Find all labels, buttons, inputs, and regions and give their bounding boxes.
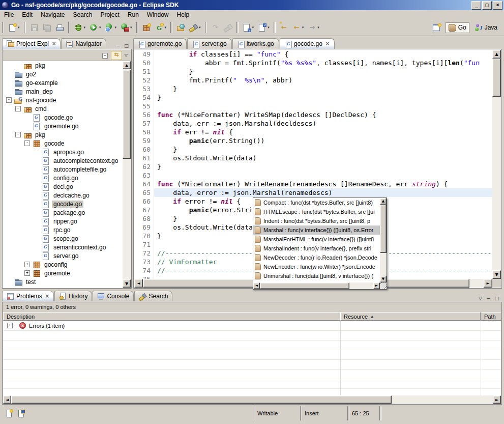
code-text[interactable]: abbr = fmt.Sprintf("%s %s%s", classes[i]… bbox=[154, 59, 492, 67]
tree-item[interactable]: go2 bbox=[3, 70, 123, 78]
close-tab-icon[interactable]: × bbox=[52, 41, 56, 46]
scroll-up-icon[interactable]: ▲ bbox=[123, 61, 131, 69]
open-type-button[interactable] bbox=[175, 22, 187, 34]
scroll-thumb[interactable] bbox=[123, 70, 131, 159]
problems-tab-problems[interactable]: Problems× bbox=[2, 291, 54, 301]
expand-icon[interactable]: + bbox=[24, 270, 30, 276]
external-tools-button[interactable]: ▾ bbox=[119, 22, 134, 34]
code-text[interactable] bbox=[154, 171, 492, 180]
close-button[interactable]: × bbox=[493, 1, 502, 10]
dropdown-arrow-icon[interactable]: ▾ bbox=[84, 25, 86, 30]
code-text[interactable]: } bbox=[154, 145, 492, 154]
print-button[interactable] bbox=[54, 22, 66, 34]
tree-item[interactable]: +goconfig bbox=[3, 260, 123, 269]
code-text[interactable]: if err != nil { bbox=[154, 128, 492, 136]
code-text[interactable]: fmt.Printf(" %s\n", abbr) bbox=[154, 76, 492, 84]
editor-tab-server-go[interactable]: server.go bbox=[187, 38, 231, 49]
collapse-icon[interactable]: - bbox=[24, 140, 30, 146]
close-tab-icon[interactable]: × bbox=[325, 41, 330, 46]
close-tab-icon[interactable]: × bbox=[45, 294, 49, 299]
problems-hscrollbar[interactable]: ◄ ► bbox=[3, 395, 501, 404]
completion-item[interactable]: MarshalIndent : func(v interface{}, pref… bbox=[253, 244, 380, 253]
tree-item[interactable]: rpc.go bbox=[3, 225, 123, 234]
code-text[interactable]: func (*NiceFormatter) WriteSMap(decldesc… bbox=[154, 110, 492, 119]
menu-navigate[interactable]: Navigate bbox=[37, 10, 69, 19]
code-text[interactable]: } bbox=[154, 67, 492, 76]
menu-search[interactable]: Search bbox=[69, 10, 96, 19]
tree-item[interactable]: ripper.go bbox=[3, 217, 123, 225]
scroll-left-icon[interactable]: ◄ bbox=[253, 282, 260, 289]
editor-presentation-icon[interactable] bbox=[17, 409, 25, 417]
dropdown-arrow-icon[interactable]: ▾ bbox=[130, 25, 132, 30]
explorer-tab-project-expl[interactable]: Project Expl× bbox=[2, 38, 61, 49]
code-text[interactable]: if classes[i] == "func" { bbox=[154, 50, 492, 59]
tree-item[interactable]: autocompletefile.go bbox=[3, 165, 123, 174]
tree-item[interactable]: config.go bbox=[3, 174, 123, 182]
menu-edit[interactable]: Edit bbox=[18, 10, 37, 19]
previous-annotation-button[interactable]: ▾ bbox=[256, 22, 271, 34]
dropdown-arrow-icon[interactable]: ▾ bbox=[115, 25, 117, 30]
tree-item[interactable]: gocode.go bbox=[3, 113, 123, 122]
tree-item[interactable]: semanticcontext.go bbox=[3, 243, 123, 251]
code-text[interactable]: os.Stdout.Write(data) bbox=[154, 154, 492, 162]
open-perspective-icon[interactable] bbox=[432, 23, 441, 32]
column-header-resource[interactable]: Resource▲ bbox=[340, 312, 481, 321]
code-text[interactable]: func (*NiceFormatter) WriteRename(rename… bbox=[154, 180, 492, 188]
explorer-tab-navigator[interactable]: Navigator bbox=[61, 38, 106, 49]
maximize-view-icon[interactable]: □ bbox=[123, 43, 130, 49]
column-header-path[interactable]: Path bbox=[481, 312, 501, 321]
popup-vscrollbar[interactable]: ▲ ▼ bbox=[380, 198, 387, 282]
tree-item[interactable]: apropos.go bbox=[3, 148, 123, 156]
scroll-left-icon[interactable]: ◄ bbox=[134, 279, 143, 288]
scroll-right-icon[interactable]: ► bbox=[493, 395, 501, 404]
tree-item[interactable]: package.go bbox=[3, 208, 123, 217]
tree-item[interactable]: pkg bbox=[3, 61, 123, 70]
editor-tab-itworks-go[interactable]: itworks.go bbox=[232, 38, 279, 49]
code-text[interactable]: data, error := json.Marshal(renamedescs) bbox=[154, 188, 492, 197]
run-button[interactable]: ▾ bbox=[88, 22, 103, 34]
run-history-button[interactable]: ▾ bbox=[104, 22, 118, 34]
forward-button[interactable]: →▾ bbox=[306, 22, 321, 34]
completion-item[interactable]: HTMLEscape : func(dst *bytes.Buffer, src… bbox=[253, 207, 380, 216]
view-menu-icon[interactable]: ▽ bbox=[477, 296, 484, 301]
popup-resize-grip[interactable] bbox=[380, 282, 387, 289]
menu-run[interactable]: Run bbox=[124, 10, 143, 19]
completion-item[interactable]: Unmarshal : func(data []uint8, v interfa… bbox=[253, 271, 380, 280]
column-header-description[interactable]: Description bbox=[3, 312, 340, 321]
tree-item[interactable]: +goremote bbox=[3, 269, 123, 277]
new-go-element-button[interactable]: G▾ bbox=[154, 22, 168, 34]
maximize-button[interactable]: □ bbox=[482, 1, 492, 10]
last-edit-location-button[interactable]: ← bbox=[278, 22, 290, 34]
scroll-thumb[interactable] bbox=[492, 59, 501, 97]
tree-item[interactable]: decl.go bbox=[3, 182, 123, 191]
dropdown-arrow-icon[interactable]: ▾ bbox=[252, 25, 254, 30]
tree-item[interactable]: go-example bbox=[3, 78, 123, 87]
tree-item[interactable]: -gocode bbox=[3, 139, 123, 148]
scroll-thumb[interactable] bbox=[11, 395, 392, 404]
tree-scrollbar[interactable]: ▲ ▼ bbox=[123, 61, 131, 288]
tree-item[interactable]: autocompletecontext.go bbox=[3, 156, 123, 165]
completion-item[interactable]: NewEncoder : func(w io.Writer) *json.Enc… bbox=[253, 262, 380, 271]
new-go-package-button[interactable] bbox=[141, 22, 153, 34]
tree-item[interactable]: gocode.go bbox=[3, 200, 123, 208]
scroll-up-icon[interactable]: ▲ bbox=[492, 50, 501, 59]
collapse-all-icon[interactable] bbox=[102, 52, 109, 59]
tree-item[interactable]: test bbox=[3, 277, 123, 286]
problems-row[interactable]: +×Errors (1 item) bbox=[3, 321, 501, 331]
tree-item[interactable]: server.go bbox=[3, 251, 123, 260]
collapse-icon[interactable]: - bbox=[6, 97, 12, 103]
minimize-view-icon[interactable]: − bbox=[485, 296, 492, 301]
debug-button[interactable]: ▾ bbox=[73, 22, 87, 34]
scroll-down-icon[interactable]: ▼ bbox=[123, 279, 131, 288]
collapse-icon[interactable]: - bbox=[15, 106, 21, 111]
expand-icon[interactable]: + bbox=[7, 323, 13, 328]
editor-vscrollbar[interactable]: ▲ ▼ bbox=[492, 50, 501, 279]
tree-item[interactable]: -pkg bbox=[3, 130, 123, 139]
problems-tab-console[interactable]: Console bbox=[93, 291, 134, 301]
menu-project[interactable]: Project bbox=[96, 10, 123, 19]
menu-file[interactable]: File bbox=[0, 10, 18, 19]
tree-item[interactable]: -cmd bbox=[3, 104, 123, 113]
search-button[interactable]: ▾ bbox=[188, 22, 202, 34]
dropdown-arrow-icon[interactable]: ▾ bbox=[99, 25, 101, 30]
link-with-editor-icon[interactable]: ⇆ bbox=[111, 51, 122, 60]
